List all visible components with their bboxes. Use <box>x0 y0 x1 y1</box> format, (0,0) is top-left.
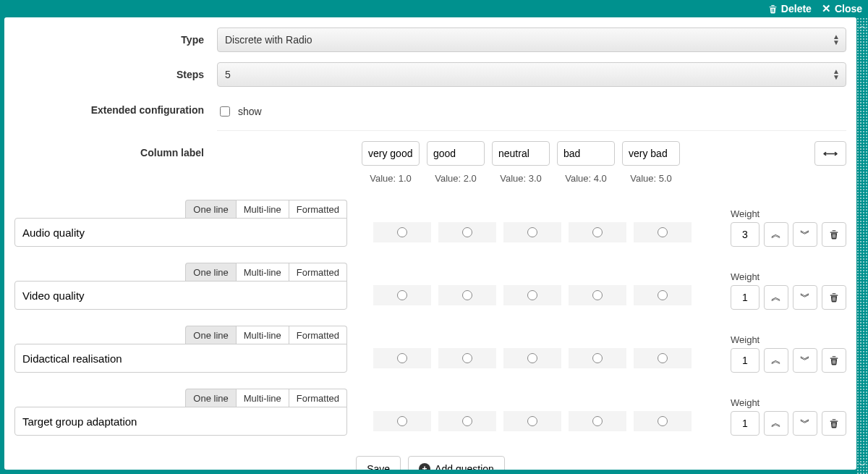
rating-radio[interactable] <box>634 222 692 242</box>
extconf-checkbox-label: show <box>238 106 262 117</box>
rating-radio[interactable] <box>503 411 561 431</box>
question-text-input[interactable] <box>14 344 347 373</box>
delete-row-button[interactable] <box>822 222 846 247</box>
column-label-input[interactable] <box>492 141 550 166</box>
radio-icon <box>658 290 668 300</box>
type-label: Type <box>14 34 217 46</box>
delete-row-button[interactable] <box>822 411 846 436</box>
chevron-down-icon: ︾ <box>859 460 867 471</box>
chevron-updown-icon: ▲▼ <box>833 34 840 46</box>
side-toggle[interactable]: ︽ ︾ <box>856 17 868 474</box>
weight-label: Weight <box>731 397 846 408</box>
double-chevron-up-icon: ︽ <box>771 417 781 430</box>
rating-radio[interactable] <box>569 285 626 305</box>
extconf-label: Extended configuration <box>14 97 217 116</box>
question-text-input[interactable] <box>14 407 347 436</box>
add-question-button[interactable]: + Add question <box>408 456 505 470</box>
move-up-button[interactable]: ︽ <box>764 285 788 310</box>
column-value: Value: 3.0 <box>492 173 550 184</box>
rating-radio[interactable] <box>438 285 496 305</box>
trash-icon <box>768 4 778 14</box>
radio-icon <box>527 290 537 300</box>
weight-input[interactable] <box>731 222 760 247</box>
rating-radio[interactable] <box>438 222 496 242</box>
weight-label: Weight <box>731 271 846 282</box>
rating-radio[interactable] <box>438 411 496 431</box>
column-label-input[interactable] <box>362 141 420 166</box>
weight-input[interactable] <box>731 348 760 373</box>
radio-icon <box>527 416 537 426</box>
steps-value: 5 <box>225 69 231 80</box>
move-down-button[interactable]: ︾ <box>793 222 817 247</box>
format-tab-formatted[interactable]: Formatted <box>289 263 347 282</box>
rating-radio[interactable] <box>634 285 692 305</box>
radio-icon <box>397 227 407 237</box>
format-tab-multi-line[interactable]: Multi-line <box>236 389 289 407</box>
delete-row-button[interactable] <box>822 348 846 373</box>
radio-icon <box>592 353 603 363</box>
column-label-input[interactable] <box>622 141 680 166</box>
question-text-input[interactable] <box>14 281 347 310</box>
format-tab-formatted[interactable]: Formatted <box>289 389 347 407</box>
column-label-input[interactable] <box>427 141 485 166</box>
rating-radio[interactable] <box>503 348 561 368</box>
extconf-checkbox[interactable] <box>220 106 230 117</box>
weight-input[interactable] <box>731 285 760 310</box>
format-tab-formatted[interactable]: Formatted <box>289 326 347 344</box>
format-tab-multi-line[interactable]: Multi-line <box>236 263 289 282</box>
move-down-button[interactable]: ︾ <box>793 285 817 310</box>
column-value: Value: 2.0 <box>427 173 485 184</box>
weight-input[interactable] <box>731 411 760 436</box>
question-text-input[interactable] <box>14 218 347 247</box>
column-value: Value: 1.0 <box>362 173 420 184</box>
rating-radio[interactable] <box>373 348 431 368</box>
double-chevron-up-icon: ︽ <box>771 354 781 367</box>
rating-radio[interactable] <box>438 348 496 368</box>
move-up-button[interactable]: ︽ <box>764 222 788 247</box>
save-button[interactable]: Save <box>356 456 401 470</box>
move-up-button[interactable]: ︽ <box>764 411 788 436</box>
radio-icon <box>462 290 472 300</box>
delete-label: Delete <box>781 3 812 14</box>
rating-radio[interactable] <box>634 348 692 368</box>
radio-icon <box>658 227 668 237</box>
save-label: Save <box>367 463 390 470</box>
radio-icon <box>592 416 603 426</box>
format-tab-formatted[interactable]: Formatted <box>289 200 347 219</box>
rating-radio[interactable] <box>569 411 626 431</box>
delete-button[interactable]: Delete <box>768 3 812 14</box>
radio-icon <box>592 290 603 300</box>
trash-icon <box>829 355 839 365</box>
delete-row-button[interactable] <box>822 285 846 310</box>
format-tab-multi-line[interactable]: Multi-line <box>236 200 289 219</box>
format-tab-one-line[interactable]: One line <box>185 389 236 407</box>
format-tab-one-line[interactable]: One line <box>185 326 236 344</box>
rating-radio[interactable] <box>373 411 431 431</box>
radio-icon <box>462 227 472 237</box>
steps-select[interactable]: 5 ▲▼ <box>217 62 846 87</box>
type-select[interactable]: Discrete with Radio ▲▼ <box>217 27 846 52</box>
rating-radio[interactable] <box>569 222 626 242</box>
column-label-input[interactable] <box>557 141 615 166</box>
rating-radio[interactable] <box>569 348 626 368</box>
close-button[interactable]: ✕ Close <box>822 2 862 15</box>
rating-radio[interactable] <box>373 222 431 242</box>
format-tab-one-line[interactable]: One line <box>185 200 236 219</box>
radio-icon <box>462 416 472 426</box>
rating-radio[interactable] <box>373 285 431 305</box>
column-value: Value: 5.0 <box>622 173 680 184</box>
plus-circle-icon: + <box>419 463 430 470</box>
weight-label: Weight <box>731 334 846 345</box>
format-tab-multi-line[interactable]: Multi-line <box>236 326 289 344</box>
chevron-updown-icon: ▲▼ <box>833 69 840 80</box>
move-down-button[interactable]: ︾ <box>793 348 817 373</box>
move-down-button[interactable]: ︾ <box>793 411 817 436</box>
add-question-label: Add question <box>435 463 494 470</box>
rating-radio[interactable] <box>634 411 692 431</box>
move-up-button[interactable]: ︽ <box>764 348 788 373</box>
rating-radio[interactable] <box>503 285 561 305</box>
radio-icon <box>527 227 537 237</box>
format-tab-one-line[interactable]: One line <box>185 263 236 282</box>
reverse-columns-button[interactable]: ⟷ <box>814 141 846 166</box>
rating-radio[interactable] <box>503 222 561 242</box>
